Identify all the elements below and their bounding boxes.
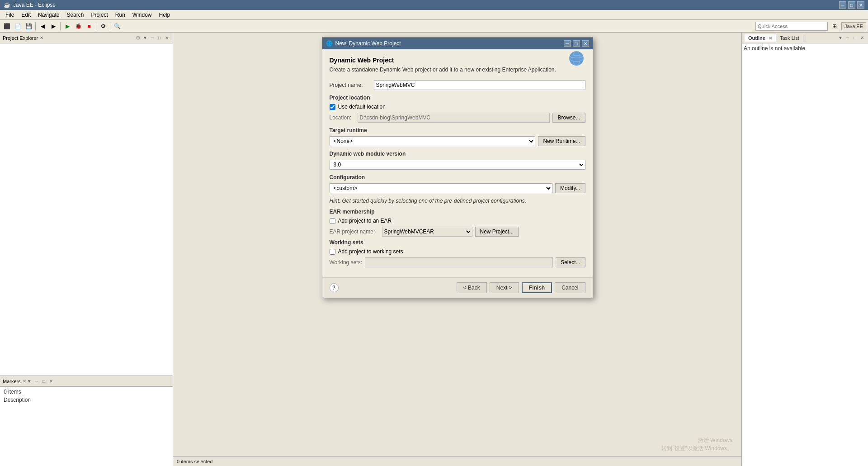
menu-search[interactable]: Search <box>63 11 87 19</box>
toolbar-btn-4[interactable]: ◀ <box>38 21 47 31</box>
ear-project-name-label: EAR project name: <box>330 228 379 235</box>
project-name-row: Project name: <box>330 80 585 90</box>
markers-title: Markers <box>3 379 21 384</box>
toolbar-btn-1[interactable]: ⬛ <box>2 21 12 31</box>
modify-button[interactable]: Modify... <box>555 183 585 193</box>
right-panel-max[interactable]: □ <box>852 35 858 41</box>
cancel-button[interactable]: Cancel <box>555 282 585 293</box>
quick-access-input[interactable] <box>755 22 828 31</box>
panel-max-btn[interactable]: □ <box>156 35 163 41</box>
dialog-close-btn[interactable]: ✕ <box>582 40 589 47</box>
project-location-section: Project location <box>330 95 585 101</box>
toolbar-btn-search[interactable]: 🔍 <box>112 21 122 31</box>
right-panel-menu[interactable]: ▼ <box>837 35 844 41</box>
dialog-title-underline: Dynamic Web Project <box>349 40 401 47</box>
title-bar-left: ☕ Java EE - Eclipse <box>4 2 56 8</box>
markers-max-btn[interactable]: □ <box>41 378 47 385</box>
right-panel-controls: ▼ ─ □ ✕ <box>837 35 865 41</box>
dialog-minimize-btn[interactable]: ─ <box>564 40 571 47</box>
outline-header: Outline ✕ Task List ▼ ─ □ ✕ <box>742 33 868 43</box>
runtime-select[interactable]: <None> <box>330 136 536 146</box>
toolbar-btn-3[interactable]: 💾 <box>24 21 33 31</box>
menu-window[interactable]: Window <box>129 11 156 19</box>
location-input[interactable] <box>358 113 550 123</box>
ear-checkbox-row: Add project to an EAR <box>330 218 585 224</box>
dialog-body: Dynamic Web Project Create a standalone … <box>322 49 593 277</box>
dialog-subtext: Create a standalone Dynamic Web project … <box>330 67 585 73</box>
toolbar-perspective-1[interactable]: ⊞ <box>830 21 840 31</box>
module-version-row: 3.0 2.5 2.4 <box>330 160 585 170</box>
project-explorer-close[interactable]: ✕ <box>40 35 43 40</box>
markers-close[interactable]: ✕ <box>23 379 26 384</box>
project-name-label: Project name: <box>330 82 370 88</box>
target-runtime-row: <None> New Runtime... <box>330 136 585 146</box>
toolbar-btn-2[interactable]: 📄 <box>13 21 23 31</box>
panel-menu-btn[interactable]: ▼ <box>142 35 148 41</box>
module-version-select[interactable]: 3.0 2.5 2.4 <box>330 160 585 170</box>
project-name-input[interactable] <box>374 80 585 90</box>
toolbar-btn-extra[interactable]: ⚙ <box>98 21 108 31</box>
menu-file[interactable]: File <box>2 11 18 19</box>
dialog-footer: ? < Back Next > Finish Cancel <box>322 277 593 298</box>
tasklist-tab[interactable]: Task List <box>776 34 803 42</box>
menu-edit[interactable]: Edit <box>18 11 34 19</box>
browse-button[interactable]: Browse... <box>552 113 585 123</box>
menu-project[interactable]: Project <box>87 11 111 19</box>
working-sets-checkbox[interactable] <box>330 249 335 255</box>
tasklist-title: Task List <box>780 35 799 41</box>
watermark-line1: 激活 Windows <box>661 436 732 444</box>
outline-message: An outline is not available. <box>744 45 807 52</box>
app-icon: ☕ <box>4 2 10 8</box>
close-button[interactable]: ✕ <box>857 1 864 9</box>
working-sets-row: Working sets: Select... <box>330 257 585 267</box>
menu-help[interactable]: Help <box>156 11 174 19</box>
maximize-button[interactable]: □ <box>848 1 855 9</box>
menu-navigate[interactable]: Navigate <box>34 11 63 19</box>
back-button[interactable]: < Back <box>457 282 487 293</box>
perspective-java-ee[interactable]: Java EE <box>841 22 866 30</box>
markers-content: 0 items Description <box>0 387 173 405</box>
menu-run[interactable]: Run <box>112 11 129 19</box>
next-button[interactable]: Next > <box>490 282 519 293</box>
markers-min-btn[interactable]: ─ <box>33 378 40 385</box>
toolbar-stop[interactable]: ■ <box>84 21 94 31</box>
markers-header: Markers ✕ ▼ ─ □ ✕ <box>0 376 173 387</box>
markers-menu-btn[interactable]: ▼ <box>26 378 33 385</box>
dialog-title-controls: ─ □ ✕ <box>564 40 589 47</box>
new-runtime-button[interactable]: New Runtime... <box>538 136 585 146</box>
use-default-checkbox[interactable] <box>330 104 335 110</box>
ear-new-project-button[interactable]: New Project... <box>475 227 519 237</box>
target-runtime-section: Target runtime <box>330 127 585 133</box>
toolbar-run[interactable]: ▶ <box>62 21 72 31</box>
project-explorer-header: Project Explorer ✕ ⊟ ▼ ─ □ ✕ <box>0 33 173 43</box>
status-items-selected: 0 items selected <box>177 459 212 464</box>
finish-button[interactable]: Finish <box>522 282 552 293</box>
working-sets-checkbox-label: Add project to working sets <box>338 248 403 255</box>
outline-tab[interactable]: Outline ✕ <box>745 34 776 42</box>
quick-access-area: ⊞ Java EE <box>755 21 866 31</box>
minimize-button[interactable]: ─ <box>839 1 846 9</box>
ear-checkbox[interactable] <box>330 218 335 224</box>
toolbar-btn-5[interactable]: ▶ <box>48 21 58 31</box>
right-panel-tabs: Outline ✕ Task List <box>745 34 803 42</box>
panel-min-btn[interactable]: ─ <box>149 35 156 41</box>
working-sets-input[interactable] <box>365 257 553 267</box>
select-button[interactable]: Select... <box>556 257 585 267</box>
dialog-restore-btn[interactable]: □ <box>573 40 580 47</box>
toolbar-debug[interactable]: 🐞 <box>73 21 83 31</box>
ear-section: EAR membership <box>330 209 585 215</box>
panel-close-btn[interactable]: ✕ <box>164 35 170 41</box>
help-button[interactable]: ? <box>330 283 339 292</box>
configuration-select[interactable]: <custom> <box>330 183 553 193</box>
outline-tab-close[interactable]: ✕ <box>769 36 772 41</box>
right-panel-min[interactable]: ─ <box>844 35 851 41</box>
collapse-all-btn[interactable]: ⊟ <box>135 35 141 41</box>
right-panel-close[interactable]: ✕ <box>859 35 865 41</box>
items-count: 0 items <box>4 389 169 395</box>
ear-project-select[interactable]: SpringWebMVCEAR <box>382 227 472 237</box>
use-default-location-row: Use default location <box>330 104 585 110</box>
toolbar-sep-1 <box>35 22 36 30</box>
markers-close-btn[interactable]: ✕ <box>48 378 54 385</box>
location-row: Location: Browse... <box>330 113 585 123</box>
toolbar-sep-3 <box>96 22 96 30</box>
